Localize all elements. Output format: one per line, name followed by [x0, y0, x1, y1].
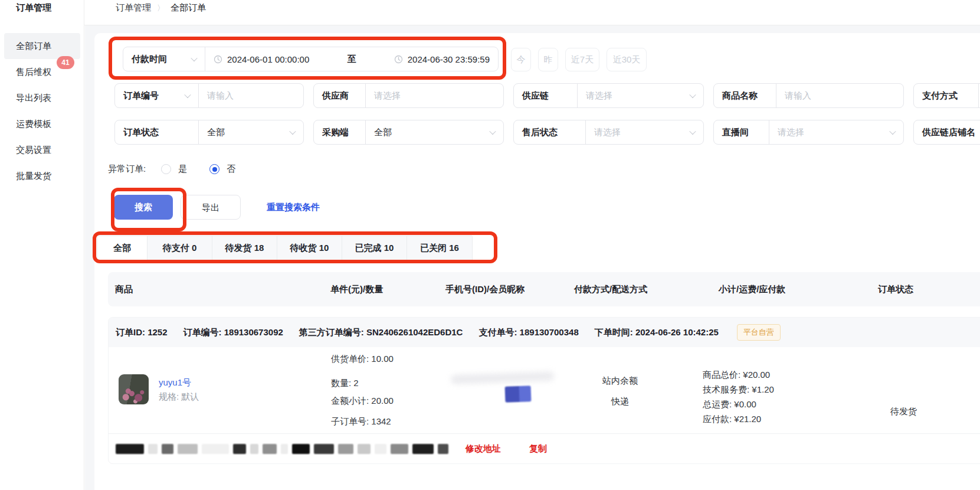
aftersale-status-select[interactable]: 请选择: [586, 127, 703, 138]
tab-closed[interactable]: 已关闭 16: [407, 236, 472, 260]
sidebar-item-batch-ship[interactable]: 批量发货: [4, 163, 80, 189]
sidebar-item-all-orders[interactable]: 全部订单: [4, 33, 80, 59]
abnormal-order-label: 异常订单:: [108, 164, 146, 175]
sidebar-item-label: 全部订单: [16, 41, 51, 51]
chevron-down-icon: [689, 92, 696, 98]
tab-completed[interactable]: 已完成 10: [342, 236, 407, 260]
supply-chain-label: 供应链: [514, 84, 578, 107]
tech-service-fee: 技术服务费: ¥1.20: [703, 384, 774, 396]
supplier-placeholder: 请选择: [374, 90, 401, 102]
order-no-type-select[interactable]: 订单编号: [115, 84, 199, 107]
sub-order-number: 子订单号: 1342: [331, 416, 391, 427]
product-name-field: 商品名称 请输入: [713, 83, 904, 108]
order-row: 订单ID: 1252 订单编号: 189130673092 第三方订单编号: S…: [108, 317, 980, 464]
sidebar-item-label: 导出列表: [16, 93, 51, 103]
quick-range-30days-button[interactable]: 近30天: [607, 48, 647, 71]
supply-unit-price: 供货单价: 10.00: [331, 354, 394, 365]
purchase-side-label: 采购端: [314, 120, 366, 144]
start-datetime-input[interactable]: 2024-06-01 00:00:00: [214, 54, 309, 64]
time-field-select[interactable]: 付款时间: [123, 47, 205, 71]
order-status-select[interactable]: 全部: [199, 127, 303, 138]
tab-pending-shipment[interactable]: 待发货 18: [212, 236, 277, 260]
breadcrumb-parent[interactable]: 订单管理: [116, 2, 151, 14]
payment-number: 支付单号: 189130700348: [478, 327, 578, 338]
time-field-label: 付款时间: [132, 54, 167, 65]
range-to-label: 至: [348, 54, 356, 65]
clock-icon: [394, 55, 403, 64]
product-image[interactable]: [119, 374, 149, 404]
abnormal-yes-radio[interactable]: [161, 164, 171, 174]
order-no-field: 订单编号 请输入: [114, 83, 304, 108]
breadcrumb: 订单管理 〉 全部订单: [116, 2, 206, 14]
tab-all[interactable]: 全部: [97, 236, 148, 260]
amount-payable: 应付款: ¥21.20: [703, 414, 761, 425]
sidebar-item-label: 运费模板: [16, 119, 51, 129]
chevron-down-icon: [289, 128, 296, 135]
end-datetime-input[interactable]: 2024-06-30 23:59:59: [394, 54, 490, 64]
tab-pending-payment[interactable]: 待支付 0: [148, 236, 212, 260]
product-name-placeholder: 请输入: [785, 90, 811, 102]
redacted-member-info: [451, 371, 554, 384]
product-spec: 规格: 默认: [159, 391, 199, 403]
product-name-input[interactable]: 请输入: [776, 90, 903, 102]
col-product: 商品: [115, 272, 133, 306]
order-id: 订单ID: 1252: [116, 327, 168, 338]
amount-subtotal: 金额小计: 20.00: [331, 396, 394, 407]
abnormal-no-radio[interactable]: [209, 164, 219, 174]
sidebar-item-freight-template[interactable]: 运费模板: [4, 111, 80, 137]
aftersale-count-badge: 41: [57, 56, 74, 69]
order-status-field: 订单状态 全部: [114, 120, 304, 145]
sidebar-title: 订单管理: [16, 2, 51, 14]
abnormal-yes-label[interactable]: 是: [178, 164, 187, 175]
order-no-input[interactable]: 请输入: [199, 90, 303, 102]
redacted-address: [116, 444, 453, 454]
reset-filters-link[interactable]: 重置搜索条件: [267, 202, 320, 213]
copy-link[interactable]: 复制: [529, 443, 547, 455]
chevron-down-icon: [191, 55, 197, 61]
purchase-side-select[interactable]: 全部: [366, 127, 503, 138]
redacted-member-nickname: [505, 386, 532, 403]
third-party-order-number: 第三方订单编号: SN2406261042ED6D1C: [299, 327, 463, 338]
aftersale-status-placeholder: 请选择: [594, 127, 621, 138]
product-name-link[interactable]: yuyu1号: [159, 377, 191, 388]
live-room-select[interactable]: 请选择: [769, 127, 903, 138]
supply-chain-select[interactable]: 请选择: [578, 90, 703, 102]
sidebar-item-label: 批量发货: [16, 171, 51, 181]
sidebar-item-export-list[interactable]: 导出列表: [4, 85, 80, 111]
order-status-label: 订单状态: [115, 120, 199, 144]
supply-chain-field: 供应链 请选择: [513, 83, 704, 108]
order-meta-bar: 订单ID: 1252 订单编号: 189130673092 第三方订单编号: S…: [109, 318, 980, 347]
abnormal-no-label[interactable]: 否: [227, 164, 235, 175]
col-subtotal-freight-payable: 小计/运费/应付款: [719, 272, 785, 306]
tab-pending-receipt[interactable]: 待收货 10: [277, 236, 342, 260]
order-status-value: 待发货: [890, 406, 917, 417]
end-datetime-value: 2024-06-30 23:59:59: [408, 54, 490, 64]
abnormal-order-row: 异常订单: 是 否: [108, 164, 235, 175]
edit-address-link[interactable]: 修改地址: [466, 443, 501, 455]
aftersale-status-field: 售后状态 请选择: [513, 120, 704, 145]
order-no-placeholder: 请输入: [207, 90, 234, 102]
quick-range-yesterday-button[interactable]: 昨: [538, 48, 558, 71]
order-no-label: 订单编号: [123, 90, 159, 102]
sidebar-item-aftersale[interactable]: 售后维权 41: [4, 59, 80, 85]
quick-range-today-button[interactable]: 今: [511, 48, 531, 71]
live-room-field: 直播间 请选择: [713, 120, 904, 145]
sidebar-item-trade-settings[interactable]: 交易设置: [4, 137, 80, 163]
quick-range-7days-button[interactable]: 近7天: [565, 48, 599, 71]
order-status-value: 全部: [207, 127, 225, 138]
export-button[interactable]: 导出: [181, 195, 241, 220]
pay-method-label: 支付方式: [914, 84, 979, 107]
live-room-label: 直播间: [714, 120, 769, 144]
search-button[interactable]: 搜索: [114, 195, 173, 220]
col-order-status: 订单状态: [878, 272, 913, 306]
chevron-down-icon: [689, 128, 696, 135]
order-status-tabs: 全部 待支付 0 待发货 18 待收货 10 已完成 10 已关闭 16: [97, 236, 473, 260]
goods-total: 商品总价: ¥20.00: [703, 370, 770, 381]
chevron-down-icon: [184, 92, 191, 98]
delivery-method: 快递: [611, 396, 629, 407]
supply-chain-shop-label: 供应链店铺名: [914, 120, 980, 144]
payment-method: 站内余额: [602, 375, 638, 387]
supplier-label: 供应商: [314, 84, 366, 107]
supplier-select[interactable]: 请选择: [366, 90, 503, 102]
chevron-down-icon: [489, 128, 496, 135]
